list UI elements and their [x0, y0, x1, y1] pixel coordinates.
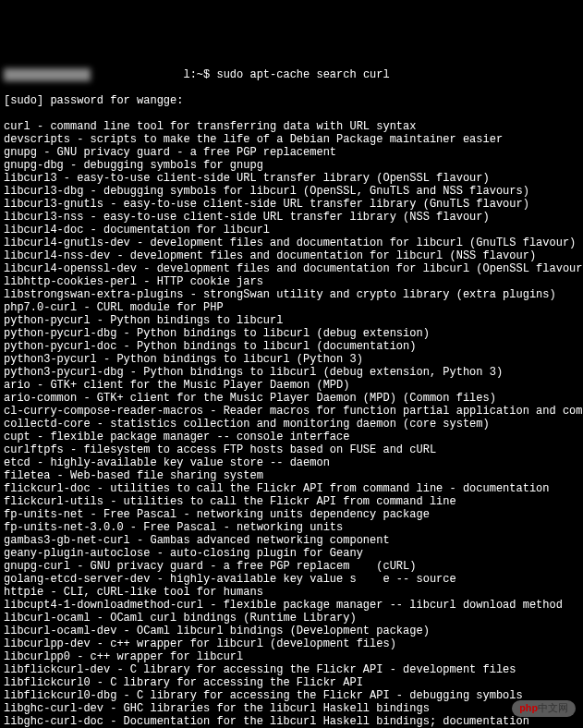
output-line: libcurlpp0 - c++ wrapper for libcurl — [4, 650, 579, 663]
output-line: libcurl4-openssl-dev - development files… — [4, 262, 579, 275]
prompt-line: xxxxxxxx xxxx l:~$ sudo apt-cache search… — [4, 68, 579, 81]
output-line: curl - command line tool for transferrin… — [4, 120, 579, 133]
output-line: libcurlpp-dev - c++ wrapper for libcurl … — [4, 637, 579, 650]
prompt-path: l:~$ — [91, 68, 217, 81]
command-text: sudo apt-cache search curl — [216, 68, 389, 81]
output-line: devscripts - scripts to make the life of… — [4, 133, 579, 146]
output-line: libhttp-cookies-perl - HTTP cookie jars — [4, 275, 579, 288]
output-line: python3-pycurl - Python bindings to libc… — [4, 353, 579, 366]
output-line: ario - GTK+ client for the Music Player … — [4, 379, 579, 392]
watermark-brand: php — [519, 703, 538, 714]
output-line: geany-plugin-autoclose - auto-closing pl… — [4, 547, 579, 560]
output-line: libghc-curl-dev - GHC libraries for the … — [4, 702, 579, 715]
output-line: libcurl-ocaml - OCaml curl bindings (Run… — [4, 612, 579, 625]
output-line: curlftpfs - filesystem to access FTP hos… — [4, 443, 579, 456]
output-line: libflickcurl0 - C library for accessing … — [4, 676, 579, 689]
output-line: golang-etcd-server-dev - highly-availabl… — [4, 573, 579, 586]
output-line: libghc-curl-doc - Documentation for the … — [4, 715, 579, 728]
output-line: etcd - highly-available key value store … — [4, 456, 579, 469]
output-line: ario-common - GTK+ client for the Music … — [4, 392, 579, 405]
watermark-text: 中文网 — [538, 703, 568, 714]
output-line: filetea - Web-based file sharing system — [4, 469, 579, 482]
output-lines: curl - command line tool for transferrin… — [4, 120, 579, 728]
output-line: libcurl4-doc - documentation for libcurl — [4, 224, 579, 237]
output-line: fp-units-net-3.0.0 - Free Pascal - netwo… — [4, 521, 579, 534]
output-line: flickcurl-utils - utilities to call the … — [4, 495, 579, 508]
output-line: flickcurl-doc - utilities to call the Fl… — [4, 482, 579, 495]
output-line: python-pycurl - Python bindings to libcu… — [4, 314, 579, 327]
output-line: libstrongswan-extra-plugins - strongSwan… — [4, 288, 579, 301]
output-line: libcurl3-nss - easy-to-use client-side U… — [4, 211, 579, 224]
output-line: libflickcurl0-dbg - C library for access… — [4, 689, 579, 702]
output-line: cupt - flexible package manager -- conso… — [4, 431, 579, 443]
output-line: libcurl3-gnutls - easy-to-use client-sid… — [4, 198, 579, 211]
output-line: fp-units-net - Free Pascal - networking … — [4, 508, 579, 521]
output-line: python3-pycurl-dbg - Python bindings to … — [4, 366, 579, 379]
sudo-prompt: [sudo] password for wangge: — [4, 94, 579, 107]
output-line: python-pycurl-doc - Python bindings to l… — [4, 340, 579, 353]
output-line: libcupt4-1-downloadmethod-curl - flexibl… — [4, 599, 579, 612]
output-line: gnupg - GNU privacy guard - a free PGP r… — [4, 146, 579, 159]
output-line: gambas3-gb-net-curl - Gambas advanced ne… — [4, 534, 579, 547]
output-line: python-pycurl-dbg - Python bindings to l… — [4, 327, 579, 340]
output-line: gnupg-dbg - debugging symbols for gnupg — [4, 159, 579, 172]
hostname-blurred: xxxxxxxx xxxx — [4, 68, 91, 81]
output-line: libcurl4-nss-dev - development files and… — [4, 249, 579, 262]
watermark-badge: php中文网 — [512, 700, 576, 717]
output-line: collectd-core - statistics collection an… — [4, 418, 579, 431]
terminal-output[interactable]: xxxxxxxx xxxx l:~$ sudo apt-cache search… — [4, 55, 579, 728]
output-line: cl-curry-compose-reader-macros - Reader … — [4, 405, 579, 418]
output-line: libflickcurl-dev - C library for accessi… — [4, 663, 579, 676]
output-line: php7.0-curl - CURL module for PHP — [4, 301, 579, 314]
output-line: libcurl-ocaml-dev - OCaml libcurl bindin… — [4, 625, 579, 637]
output-line: gnupg-curl - GNU privacy guard - a free … — [4, 560, 579, 573]
output-line: libcurl3 - easy-to-use client-side URL t… — [4, 172, 579, 185]
output-line: libcurl3-dbg - debugging symbols for lib… — [4, 185, 579, 198]
output-line: httpie - CLI, cURL-like tool for humans — [4, 586, 579, 599]
output-line: libcurl4-gnutls-dev - development files … — [4, 237, 579, 249]
